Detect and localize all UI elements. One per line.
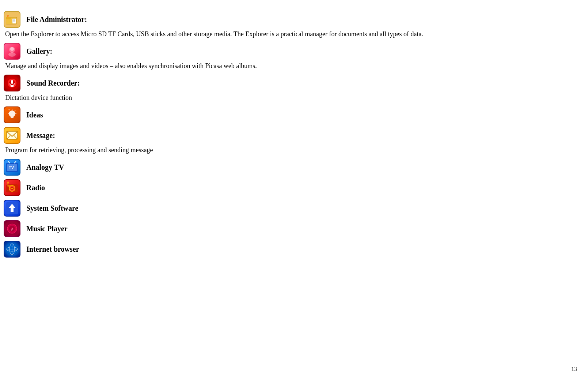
page-number: 13	[571, 366, 577, 372]
file-administrator-desc: Open the Explorer to access Micro SD TF …	[5, 29, 577, 39]
analogy-tv-section: TV Analogy TV	[4, 159, 577, 176]
gallery-desc: Manage and display images and videos – a…	[5, 61, 577, 71]
file-administrator-section: ★ File Administrator: Open the Explorer …	[4, 11, 577, 39]
system-software-label: System Software	[26, 204, 78, 213]
svg-text:TV: TV	[9, 165, 14, 170]
sound-recorder-icon	[4, 75, 20, 91]
svg-line-20	[15, 110, 15, 111]
svg-point-8	[10, 47, 14, 51]
music-player-label: Music Player	[26, 225, 68, 233]
svg-point-35	[11, 188, 13, 189]
message-desc: Program for retrieving, processing and s…	[5, 145, 577, 155]
music-player-section: ♪ Music Player	[4, 220, 577, 237]
internet-browser-icon	[4, 241, 20, 258]
gallery-section: Gallery: Manage and display images and v…	[4, 43, 577, 71]
ideas-icon	[4, 106, 20, 123]
svg-text:♪: ♪	[10, 225, 13, 232]
internet-browser-label: Internet browser	[26, 245, 79, 254]
message-label: Message:	[26, 131, 55, 140]
svg-line-31	[14, 161, 16, 163]
internet-browser-section: Internet browser	[4, 241, 577, 258]
gallery-label: Gallery:	[26, 47, 52, 56]
svg-rect-13	[11, 80, 13, 84]
radio-label: Radio	[26, 184, 45, 192]
sound-recorder-desc: Dictation device function	[5, 93, 577, 103]
svg-text:★: ★	[7, 14, 9, 18]
sound-recorder-label: Sound Recorder:	[26, 79, 80, 87]
message-icon	[4, 127, 20, 144]
ideas-label: Ideas	[26, 111, 43, 119]
svg-line-30	[8, 161, 10, 163]
svg-rect-36	[7, 185, 11, 187]
music-player-icon: ♪	[4, 220, 20, 237]
svg-point-16	[9, 110, 15, 117]
system-software-section: System Software	[4, 200, 577, 217]
ideas-section: Ideas	[4, 106, 577, 123]
radio-section: Radio	[4, 179, 577, 196]
file-administrator-label: File Administrator:	[26, 15, 87, 24]
file-administrator-icon: ★	[4, 11, 20, 28]
analogy-tv-label: Analogy TV	[26, 163, 64, 172]
analogy-tv-icon: TV	[4, 159, 20, 176]
svg-point-9	[8, 52, 16, 57]
svg-rect-18	[11, 117, 13, 118]
svg-line-22	[9, 109, 10, 110]
message-section: Message: Program for retrieving, process…	[4, 127, 577, 155]
radio-icon	[4, 179, 20, 196]
sound-recorder-section: Sound Recorder: Dictation device functio…	[4, 75, 577, 103]
gallery-icon	[4, 43, 20, 60]
system-software-icon	[4, 200, 20, 217]
